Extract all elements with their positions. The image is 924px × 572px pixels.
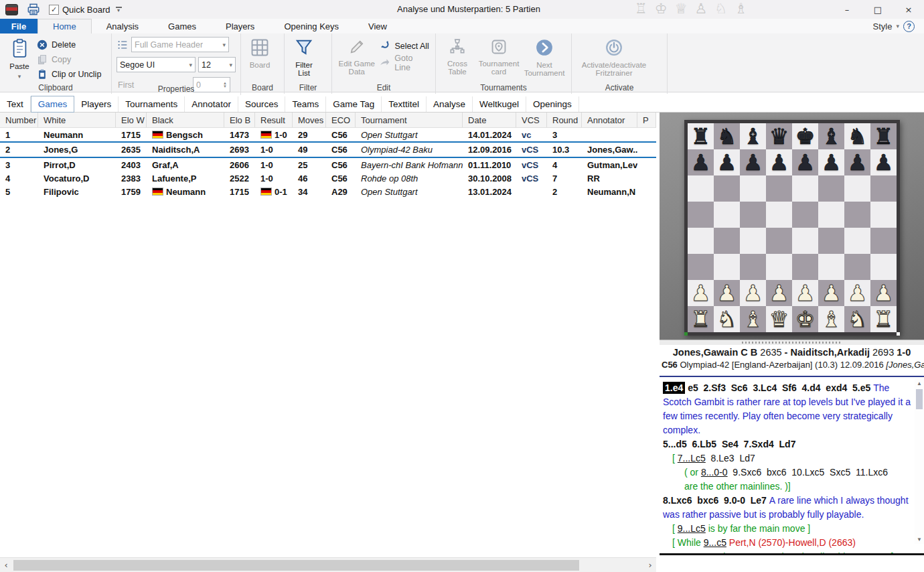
board-square[interactable]: ♛ <box>766 306 792 332</box>
font-size-dropdown[interactable]: 12▾ <box>198 57 236 72</box>
scrollbar-thumb[interactable] <box>13 560 579 571</box>
ribbon-tab-file[interactable]: File <box>0 19 37 33</box>
column-header-round[interactable]: Round <box>547 113 582 127</box>
tab-game-tag[interactable]: Game Tag <box>326 96 382 112</box>
scroll-down-icon[interactable]: ▼ <box>915 534 924 544</box>
board-square[interactable] <box>688 202 714 228</box>
column-header-white[interactable]: White <box>38 113 116 127</box>
board-square[interactable] <box>818 175 844 202</box>
close-button[interactable]: × <box>893 0 924 19</box>
board-square[interactable] <box>688 175 714 202</box>
tab-tournaments[interactable]: Tournaments <box>119 96 185 112</box>
board-square[interactable] <box>818 254 844 280</box>
board-square[interactable]: ♟ <box>870 149 897 175</box>
board-square[interactable]: ♞ <box>714 123 740 149</box>
board-square[interactable]: ♟ <box>844 280 870 306</box>
notation-move[interactable]: 7...Lc5 <box>678 453 706 463</box>
board-square[interactable] <box>766 202 792 228</box>
ribbon-tab-home[interactable]: Home <box>37 19 92 33</box>
tab-text[interactable]: Text <box>0 96 31 112</box>
column-header-tournament[interactable]: Tournament <box>356 113 463 127</box>
board-square[interactable] <box>844 202 870 228</box>
board-square[interactable] <box>844 228 870 254</box>
column-header-elo-w[interactable]: Elo W <box>116 113 147 127</box>
notation-scrollbar[interactable]: ▲ ▼ <box>915 378 924 544</box>
board-square[interactable] <box>766 228 792 254</box>
tab-sources[interactable]: Sources <box>238 96 286 112</box>
column-header-vcs[interactable]: VCS <box>516 113 547 127</box>
notation-move[interactable]: 8.Lxc6 bxc6 9.0-0 Le7 <box>663 495 769 506</box>
tab-teams[interactable]: Teams <box>285 96 326 112</box>
horizontal-scrollbar[interactable]: ‹ › <box>0 557 656 572</box>
board-square[interactable] <box>714 254 740 280</box>
board-square[interactable]: ♝ <box>818 123 844 149</box>
board-square[interactable]: ♟ <box>740 149 766 175</box>
tab-games[interactable]: Games <box>31 96 75 113</box>
notation-move[interactable]: 9.Sxc6 bxc6 10.Lxc5 Sxc5 11.Lxc6 <box>728 467 888 478</box>
column-header-elo-b[interactable]: Elo B <box>224 113 255 127</box>
scroll-right-icon[interactable]: › <box>644 560 656 570</box>
table-row[interactable]: 2Jones,G2635Naiditsch,A26931-049C56Olymp… <box>0 141 656 158</box>
board-square[interactable] <box>688 254 714 280</box>
board-square[interactable] <box>740 228 766 254</box>
clip-or-unclip-button[interactable]: Clip or Unclip <box>37 68 101 80</box>
board-square[interactable] <box>870 175 897 202</box>
board-square[interactable]: ♟ <box>740 280 766 306</box>
column-header-black[interactable]: Black <box>147 113 224 127</box>
board-square[interactable]: ♟ <box>766 280 792 306</box>
column-header-result[interactable]: Result <box>255 113 293 127</box>
board-square[interactable] <box>792 175 818 202</box>
column-header-date[interactable]: Date <box>463 113 516 127</box>
board-square[interactable] <box>818 202 844 228</box>
scrollbar-track[interactable] <box>12 558 644 572</box>
notation-move[interactable]: 9...Lc5 <box>678 523 706 534</box>
minimize-button[interactable]: – <box>832 0 862 19</box>
board-square[interactable]: ♟ <box>714 280 740 306</box>
board-square[interactable] <box>766 175 792 202</box>
table-row[interactable]: 5Filipovic1759Neumann17150-134A29Open St… <box>0 185 656 198</box>
board-square[interactable] <box>766 254 792 280</box>
ribbon-tab-opening-keys[interactable]: Opening Keys <box>269 19 354 33</box>
pin-dropdown-icon[interactable]: ▾ <box>116 7 122 13</box>
board-square[interactable] <box>714 228 740 254</box>
board-square[interactable]: ♟ <box>688 149 714 175</box>
tab-analyse[interactable]: Analyse <box>427 96 473 112</box>
board-square[interactable]: ♝ <box>740 123 766 149</box>
tab-openings[interactable]: Openings <box>526 96 579 112</box>
board-square[interactable] <box>818 228 844 254</box>
games-list-header[interactable]: NumberWhiteElo WBlackElo BResultMovesECO… <box>0 113 656 128</box>
quick-board-checkbox[interactable]: ✓ <box>49 5 59 15</box>
board-square[interactable]: ♟ <box>766 149 792 175</box>
board-square[interactable]: ♝ <box>740 306 766 332</box>
table-row[interactable]: 1Neumann1715Bengsch14731-029C56Open Stut… <box>0 128 656 141</box>
notation-move[interactable]: 8...0-0 <box>701 467 728 478</box>
scrollbar-thumb[interactable] <box>916 389 923 409</box>
board-square[interactable]: ♛ <box>766 123 792 149</box>
tab-weltkugel[interactable]: Weltkugel <box>473 96 526 112</box>
notation-move[interactable]: 9...c5 <box>704 537 726 548</box>
notation-move[interactable]: 5...d5 6.Lb5 Se4 7.Sxd4 Ld7 <box>663 439 795 449</box>
column-header-moves[interactable]: Moves <box>293 113 326 127</box>
notation-move[interactable]: 1.e4 <box>663 382 685 394</box>
font-dropdown[interactable]: Segoe UI▾ <box>117 57 196 72</box>
board-square[interactable] <box>740 175 766 202</box>
board-square[interactable] <box>740 254 766 280</box>
column-header-eco[interactable]: ECO <box>326 113 356 127</box>
board-square[interactable] <box>870 202 897 228</box>
board-square[interactable]: ♚ <box>792 123 818 149</box>
board-square[interactable] <box>870 254 897 280</box>
notation-move[interactable]: e5 2.Sf3 Sc6 3.Lc4 Sf6 4.d4 exd4 5.e5 <box>685 382 873 393</box>
notation-move[interactable]: 8.Le3 Ld7 <box>706 453 755 463</box>
tab-texttitel[interactable]: Texttitel <box>382 96 427 112</box>
scroll-left-icon[interactable]: ‹ <box>0 560 12 570</box>
ribbon-tab-games[interactable]: Games <box>153 19 211 33</box>
board-square[interactable] <box>792 202 818 228</box>
tab-players[interactable]: Players <box>74 96 119 112</box>
select-all-button[interactable]: Select All <box>379 40 431 52</box>
column-header-p[interactable]: P <box>637 113 656 127</box>
ribbon-tab-players[interactable]: Players <box>211 19 269 33</box>
board-square[interactable]: ♜ <box>870 123 897 149</box>
board-square[interactable] <box>792 254 818 280</box>
help-icon[interactable]: ? <box>903 21 915 32</box>
board-square[interactable]: ♟ <box>844 149 870 175</box>
